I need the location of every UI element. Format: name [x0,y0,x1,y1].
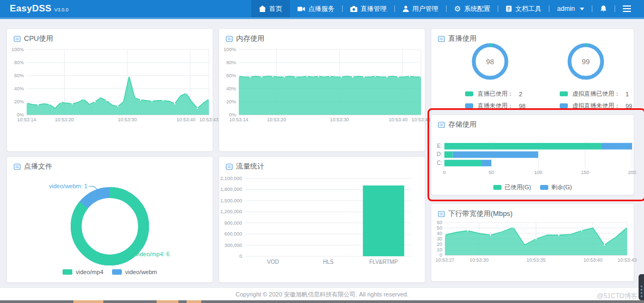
svg-text:10:53:14: 10:53:14 [229,117,248,122]
menu-toggle[interactable] [615,0,639,17]
nav-item-label: 文档工具 [515,4,541,14]
svg-text:60%: 60% [14,73,24,78]
nav-item-home[interactable]: 首页 [251,0,290,17]
nav-item-vod-service[interactable]: 点播服务 [290,0,342,17]
svg-text:10:53:30: 10:53:30 [117,117,137,122]
legend-item[interactable]: 虚拟直播已使用： 1 [560,90,632,98]
legend-item[interactable]: 虚拟直播未使用： 99 [560,102,632,110]
legend-item[interactable]: 直播已使用： 2 [465,90,525,98]
admin-menu[interactable]: admin [549,0,592,17]
legend-swatch-green [465,91,473,96]
legend-item[interactable]: 剩余(G) [540,183,572,191]
nav-item-doc-tools[interactable]: 文档工具 [498,0,549,17]
nav-item-label: 点播服务 [308,4,335,14]
svg-text:C:: C: [437,160,442,166]
panel-cpu-usage: CPU使用 100%80%60%40%20%0%10:53:1410:53:20… [7,28,213,152]
legend-swatch-blue [540,185,548,190]
panel-traffic-stats: 流量统计 2,100,0001,800,0001,500,0001,200,00… [219,156,425,283]
callout-webm: video/webm: 1 [29,183,88,189]
svg-text:200: 200 [628,170,636,175]
legend-swatch-green [560,91,568,96]
nav-item-user-management[interactable]: 用户管理 [395,0,446,17]
legend-item[interactable]: 已使用(G) [493,183,531,191]
footer: Copyright © 2020 安徽旭帆信息科技有限公司. All right… [0,287,644,301]
panel-title: 内存使用 [219,29,425,44]
panel-title-text: 内存使用 [236,34,264,44]
svg-text:50: 50 [437,225,442,231]
vod-files-donut-chart [65,182,154,271]
user-icon [403,5,409,12]
svg-text:E:: E: [437,143,442,149]
nav-item-label: 首页 [269,4,282,14]
list-icon [14,35,21,42]
home-icon [259,5,266,12]
svg-text:1,800,000: 1,800,000 [220,187,242,192]
legend-swatch-green [493,185,501,190]
doc-icon [506,5,512,12]
svg-text:100: 100 [534,170,542,175]
notification-bell[interactable] [592,0,615,17]
top-navbar: EasyDSS V3.0.0 首页 点播服务 直播管理 [0,0,644,19]
cpu-usage-chart: 100%80%60%40%20%0%10:53:1410:53:2010:53:… [7,45,213,127]
svg-text:0: 0 [239,253,242,259]
brand-logo[interactable]: EasyDSS V3.0.0 [0,3,69,14]
svg-text:99: 99 [582,58,590,66]
list-icon [226,35,233,42]
svg-text:D:: D: [437,151,442,157]
legend-label: video/webm [125,269,157,275]
panel-memory-usage: 内存使用 100%80%60%40%20%0%10:53:1410:53:201… [219,28,425,152]
svg-text:10:53:14: 10:53:14 [17,117,36,122]
admin-menu-label: admin [557,5,575,13]
legend-value: 1 [626,91,629,97]
virtual-live-donut-legend: 虚拟直播已使用： 1 虚拟直播未使用： 99 [560,90,632,110]
legend-label: 直播已使用： [478,90,513,98]
nav-item-label: 用户管理 [412,4,438,14]
panel-title: 流量统计 [219,157,425,171]
svg-text:20%: 20% [14,99,24,104]
hamburger-icon [623,5,631,12]
nav-list: 首页 点播服务 直播管理 用户管理 [251,0,644,17]
legend-value: 2 [519,91,522,97]
svg-text:80%: 80% [226,60,236,65]
legend-value: 99 [626,103,632,109]
svg-text:900,000: 900,000 [224,220,242,226]
legend-item[interactable]: video/mp4 [63,269,103,275]
list-icon [438,35,445,42]
legend-swatch-blue [465,103,473,108]
virtual-live-used-donut-chart: 99 [564,40,608,83]
nav-item-live-management[interactable]: 直播管理 [343,0,394,17]
svg-text:2,100,000: 2,100,000 [220,176,242,181]
panel-title: CPU使用 [7,29,213,44]
svg-text:60: 60 [437,220,442,225]
panel-title-text: 点播文件 [24,162,52,171]
svg-text:10:53:20: 10:53:20 [55,117,74,122]
panel-title: 下行带宽使用(Mbps) [431,204,634,219]
live-camera-icon [350,6,357,12]
svg-text:10:53:43: 10:53:43 [617,257,636,263]
watermark: @51CTO博客 [597,292,637,301]
svg-text:98: 98 [486,58,494,66]
traffic-stats-bar-chart: 2,100,0001,800,0001,500,0001,200,000900,… [219,172,425,270]
legend-label: 虚拟直播已使用： [572,90,620,98]
svg-text:600,000: 600,000 [224,231,242,237]
bandwidth-usage-chart: 605040302010010:53:2710:53:3010:53:3510:… [434,218,630,265]
legend-label: 虚拟直播未使用： [572,102,620,110]
svg-text:FLV&RTMP: FLV&RTMP [369,259,398,265]
list-icon [438,211,445,218]
legend-label: video/mp4 [76,269,103,275]
storage-legend: 已使用(G) 剩余(G) [431,183,634,191]
legend-item[interactable]: video/webm [112,269,157,275]
svg-text:20%: 20% [226,99,236,104]
svg-text:300,000: 300,000 [224,243,242,248]
svg-text:40%: 40% [226,86,236,91]
easydss-dashboard: EasyDSS V3.0.0 首页 点播服务 直播管理 [0,0,644,303]
svg-text:HLS: HLS [323,259,334,265]
panel-title: 存储使用 [431,115,634,129]
legend-label: 直播未使用： [478,102,513,110]
vod-camera-icon [298,6,305,12]
floating-side-widget[interactable] [639,274,644,300]
svg-text:10:53:20: 10:53:20 [267,117,286,122]
nav-item-system-config[interactable]: ⚙ 系统配置 [447,0,498,17]
vod-legend: video/mp4 video/webm [7,269,213,275]
legend-item[interactable]: 直播未使用： 98 [465,102,525,110]
